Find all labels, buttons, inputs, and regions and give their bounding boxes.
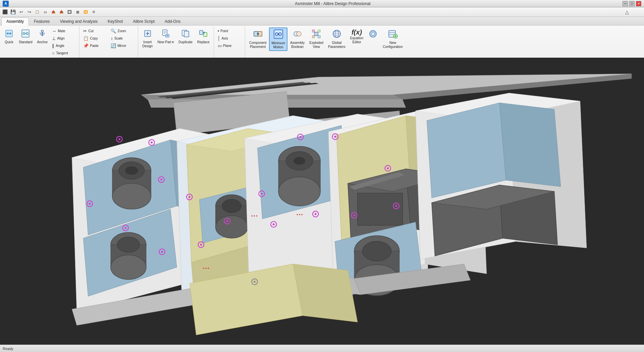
tab-viewing-analysis[interactable]: Viewing and Analysis xyxy=(55,17,103,25)
svg-point-137 xyxy=(161,251,163,253)
edit-sm-1[interactable]: ✂Cut xyxy=(82,27,108,35)
replace-icon xyxy=(199,29,208,40)
minimum-motion-icon xyxy=(273,29,283,41)
svg-point-147 xyxy=(273,223,275,225)
constrain-sm-4[interactable]: ○Tangent xyxy=(50,50,77,57)
new-design-icon xyxy=(161,29,170,40)
minimize-button[interactable]: ─ xyxy=(623,1,628,6)
insert-design-button[interactable]: Insert Design xyxy=(140,27,155,50)
svg-point-45 xyxy=(371,32,375,36)
constrain-sm-3[interactable]: ∥Angle xyxy=(50,42,77,49)
edit-col-1: ✂Cut 📋Copy 📌Paste xyxy=(82,27,108,49)
svg-point-141 xyxy=(226,220,228,222)
save-button[interactable]: 💾 xyxy=(9,8,17,16)
new-design-button[interactable]: New Part ▾ xyxy=(155,27,176,46)
svg-point-112 xyxy=(362,241,391,261)
qa-btn-9[interactable]: 🔲 xyxy=(66,8,73,16)
minimum-motion-button[interactable]: Minimum Motion xyxy=(269,27,287,51)
svg-point-71 xyxy=(125,166,138,175)
quick-constrain-label: Quick xyxy=(5,40,13,44)
svg-rect-22 xyxy=(184,31,189,37)
qa-btn-5[interactable]: 📋 xyxy=(34,8,41,16)
duplicate-button[interactable]: Duplicate xyxy=(176,27,195,46)
tab-assembly[interactable]: Assembly xyxy=(1,17,29,25)
svg-rect-23 xyxy=(200,31,203,35)
3d-scene: ✦✦✦ ✦✦✦ ✦✦✦ xyxy=(0,58,644,345)
replace-button[interactable]: Replace xyxy=(195,27,212,46)
tab-alibre-script[interactable]: Alibre Script xyxy=(128,17,160,25)
constrain-sm-2[interactable]: ⊥Align xyxy=(50,35,77,42)
svg-point-149 xyxy=(300,136,302,138)
edit-sm-6[interactable]: 🔄Mirror xyxy=(109,42,136,49)
window-controls[interactable]: ─ □ ✕ xyxy=(623,1,641,6)
anchor-button[interactable]: Anchor xyxy=(35,27,50,46)
close-button[interactable]: ✕ xyxy=(636,1,641,6)
duplicate-icon xyxy=(181,29,190,40)
standard-constrain-button[interactable]: Standard xyxy=(17,27,35,46)
svg-point-75 xyxy=(111,255,146,280)
new-configuration-button[interactable]: New Configuration xyxy=(381,27,405,50)
svg-point-161 xyxy=(254,281,256,283)
svg-rect-35 xyxy=(312,30,315,32)
tab-features[interactable]: Features xyxy=(29,17,55,25)
undo-button[interactable]: ↩ xyxy=(17,8,25,16)
extra-tool-icon xyxy=(368,29,378,40)
svg-point-159 xyxy=(395,205,397,207)
edit-sm-2[interactable]: 📋Copy xyxy=(82,35,108,42)
quick-constrain-button[interactable]: Quick xyxy=(2,27,16,46)
reference-col: •Point │Axis ▭Plane xyxy=(216,27,243,49)
qa-btn-10[interactable]: ▦ xyxy=(74,8,81,16)
tab-addons[interactable]: Add-Ons xyxy=(160,17,185,25)
qa-btn-12[interactable]: ⚙ xyxy=(90,8,97,16)
exploded-view-button[interactable]: Exploded View xyxy=(307,27,325,50)
svg-marker-117 xyxy=(499,103,561,187)
tab-keyshot[interactable]: KeyShot xyxy=(103,17,128,25)
quick-access-toolbar: ⬛ 💾 ↩ ↪ 📋 🗂 📤 📥 🔲 ▦ 🔀 ⚙ △ xyxy=(0,7,644,17)
svg-point-157 xyxy=(387,167,389,169)
axis-icon: │ xyxy=(218,36,220,41)
component-placement-button[interactable]: Component Placement xyxy=(247,27,269,50)
assembly-boolean-label: Assembly Boolean xyxy=(290,41,305,49)
axis-button[interactable]: │Axis xyxy=(216,35,243,42)
status-text: Ready xyxy=(3,347,13,351)
component-placement-icon xyxy=(253,29,263,40)
replace-label: Replace xyxy=(197,40,210,44)
global-parameters-button[interactable]: Global Parameters xyxy=(326,27,347,50)
svg-point-1 xyxy=(7,33,9,35)
quick-constrain-icon xyxy=(4,29,14,40)
anchor-icon xyxy=(38,29,47,40)
titlebar: A Axminster Mill - Alibre Design Profess… xyxy=(0,0,644,7)
svg-rect-34 xyxy=(315,32,318,36)
viewport[interactable]: ✦✦✦ ✦✦✦ ✦✦✦ xyxy=(0,58,644,345)
new-button[interactable]: ⬛ xyxy=(1,8,9,16)
edit-sm-4[interactable]: 🔍Zoom xyxy=(109,27,136,35)
plane-button[interactable]: ▭Plane xyxy=(216,42,243,49)
redo-button[interactable]: ↪ xyxy=(25,8,33,16)
svg-point-76 xyxy=(117,237,140,252)
exploded-view-label: Exploded View xyxy=(309,41,323,49)
qa-btn-7[interactable]: 📤 xyxy=(50,8,57,16)
ribbon-minimize-button[interactable]: △ xyxy=(623,8,631,16)
component-placement-label: Component Placement xyxy=(249,41,267,49)
svg-marker-125 xyxy=(293,264,357,322)
svg-point-155 xyxy=(353,214,355,216)
plane-icon: ▭ xyxy=(218,43,222,48)
assembly-boolean-button[interactable]: Assembly Boolean xyxy=(288,27,307,50)
svg-point-27 xyxy=(257,33,259,35)
maximize-button[interactable]: □ xyxy=(629,1,635,6)
qa-btn-8[interactable]: 📥 xyxy=(58,8,65,16)
svg-point-127 xyxy=(118,138,120,140)
constrain-sm-1[interactable]: ↔Mate xyxy=(50,27,77,35)
extra-tool-button[interactable] xyxy=(366,27,380,42)
equation-editor-button[interactable]: f(x) Equation Editor xyxy=(348,27,365,46)
svg-rect-37 xyxy=(312,36,315,38)
edit-sm-5[interactable]: ↕Scale xyxy=(109,35,136,42)
svg-point-88 xyxy=(222,199,241,213)
qa-btn-11[interactable]: 🔀 xyxy=(82,8,89,16)
insert-design-icon xyxy=(143,29,152,40)
point-button[interactable]: •Point xyxy=(216,27,243,35)
qa-btn-6[interactable]: 🗂 xyxy=(42,8,49,16)
svg-point-2 xyxy=(9,33,11,35)
svg-point-145 xyxy=(261,193,263,195)
edit-sm-3[interactable]: 📌Paste xyxy=(82,42,108,49)
